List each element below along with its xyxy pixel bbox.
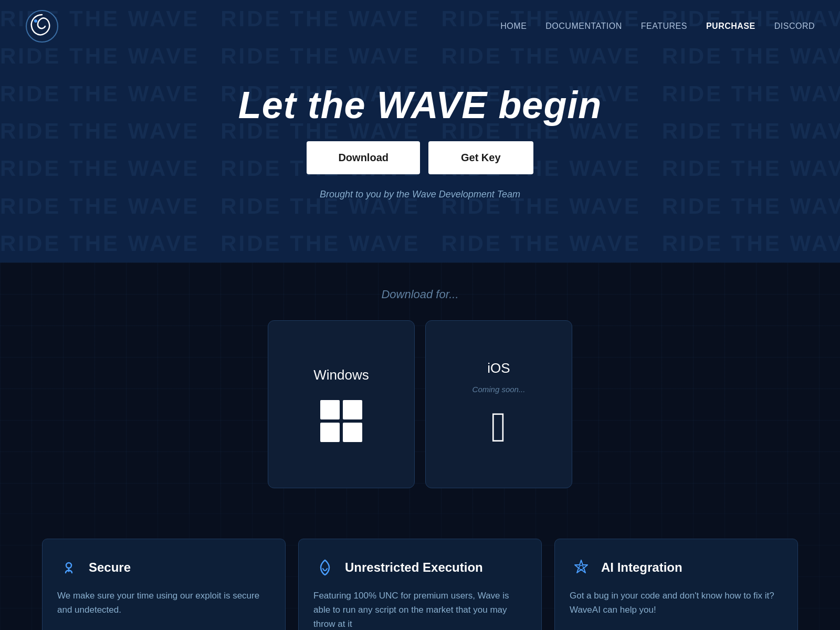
nav-documentation[interactable]: DOCUMENTATION xyxy=(545,22,622,31)
getkey-button[interactable]: Get Key xyxy=(428,141,533,174)
svg-point-1 xyxy=(34,19,37,23)
nav-purchase[interactable]: PURCHASE xyxy=(706,22,755,31)
svg-point-2 xyxy=(66,563,71,568)
feature-card-secure: Secure We make sure your time using our … xyxy=(42,539,286,630)
nav-features[interactable]: FEATURES xyxy=(641,22,687,31)
svg-point-5 xyxy=(579,565,583,570)
execution-desc: Featuring 100% UNC for premium users, Wa… xyxy=(313,589,527,630)
hero-content: Let the WAVE begin Download Get Key Brou… xyxy=(238,83,602,200)
features-section: Secure We make sure your time using our … xyxy=(0,513,840,630)
svg-point-4 xyxy=(68,571,70,572)
execution-icon xyxy=(313,556,337,579)
ios-label: iOS xyxy=(487,360,510,376)
download-for-label: Download for... xyxy=(381,288,458,301)
platform-cards: Windows iOS Coming soon...  xyxy=(268,320,572,488)
secure-icon xyxy=(57,556,80,579)
feature-header-ai: AI Integration xyxy=(570,556,783,579)
windows-icon xyxy=(320,400,362,442)
download-button[interactable]: Download xyxy=(307,141,420,174)
hero-buttons: Download Get Key xyxy=(307,141,533,174)
navbar: HOME DOCUMENTATION FEATURES PURCHASE DIS… xyxy=(0,0,840,52)
windows-label: Windows xyxy=(313,367,369,383)
windows-card[interactable]: Windows xyxy=(268,320,415,488)
execution-title: Unrestricted Execution xyxy=(345,560,483,575)
hero-section: RIDE THE WAVERIDE THE WAVERIDE THE WAVER… xyxy=(0,0,840,262)
nav-links: HOME DOCUMENTATION FEATURES PURCHASE DIS… xyxy=(500,22,815,31)
apple-icon:  xyxy=(491,406,506,448)
hero-subtitle: Brought to you by the Wave Development T… xyxy=(320,189,520,200)
ios-coming-soon: Coming soon... xyxy=(472,385,526,394)
ai-title: AI Integration xyxy=(601,560,682,575)
secure-title: Secure xyxy=(89,560,131,575)
download-section: Download for... Windows iOS Coming soon.… xyxy=(0,262,840,513)
nav-discord[interactable]: DISCORD xyxy=(774,22,815,31)
ai-icon xyxy=(570,556,593,579)
nav-home[interactable]: HOME xyxy=(500,22,527,31)
logo[interactable] xyxy=(25,9,59,43)
ios-card[interactable]: iOS Coming soon...  xyxy=(425,320,572,488)
feature-card-ai: AI Integration Got a bug in your code an… xyxy=(554,539,798,630)
feature-card-execution: Unrestricted Execution Featuring 100% UN… xyxy=(298,539,542,630)
secure-desc: We make sure your time using our exploit… xyxy=(57,589,270,617)
hero-title: Let the WAVE begin xyxy=(238,83,602,127)
feature-header-secure: Secure xyxy=(57,556,270,579)
feature-header-execution: Unrestricted Execution xyxy=(313,556,527,579)
ai-desc: Got a bug in your code and don't know ho… xyxy=(570,589,783,617)
